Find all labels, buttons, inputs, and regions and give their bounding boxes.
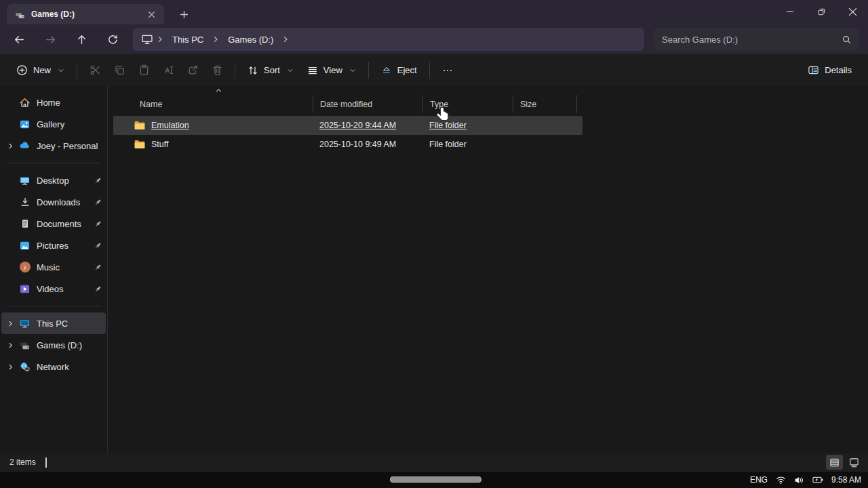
- refresh-icon[interactable]: [98, 27, 127, 52]
- view-button-label: View: [323, 65, 342, 75]
- file-date-modified: 2025-10-10 9:49 AM: [319, 140, 396, 149]
- home-icon: [19, 97, 31, 108]
- pin-icon: [90, 220, 106, 228]
- chevron-right-icon[interactable]: [1, 320, 19, 327]
- eject-button-label: Eject: [397, 65, 417, 75]
- gallery-icon: [19, 119, 31, 130]
- details-button[interactable]: Details: [801, 60, 859, 81]
- wifi-icon[interactable]: [776, 476, 786, 485]
- videos-icon: [19, 283, 31, 295]
- toolbar-divider: [235, 62, 235, 79]
- music-icon: ♪: [19, 262, 31, 273]
- restore-button[interactable]: [806, 0, 837, 23]
- this-pc-monitor-icon[interactable]: [141, 33, 153, 45]
- details-pane-icon: [808, 64, 819, 76]
- sidebar-item-network[interactable]: Network: [1, 356, 106, 378]
- explorer-tab[interactable]: Games (D:): [7, 4, 164, 24]
- chevron-right-icon[interactable]: [279, 35, 292, 43]
- up-icon[interactable]: [66, 27, 96, 52]
- sidebar-item-documents[interactable]: Documents: [1, 213, 106, 235]
- folder-icon: [134, 119, 146, 131]
- rename-icon[interactable]: [156, 59, 180, 82]
- sidebar-item-downloads[interactable]: Downloads: [1, 191, 106, 213]
- chevron-right-icon[interactable]: [1, 363, 19, 371]
- toolbar-divider: [368, 62, 369, 79]
- search-input[interactable]: [662, 35, 842, 45]
- chevron-right-icon[interactable]: [1, 142, 19, 150]
- file-name: Stuff: [151, 140, 168, 149]
- breadcrumb[interactable]: This PC Games (D:): [133, 28, 644, 51]
- file-explorer-window: Games (D:): [0, 0, 868, 488]
- network-icon: [19, 361, 31, 373]
- ellipsis-icon[interactable]: [435, 59, 460, 82]
- sidebar-item-onedrive-personal[interactable]: Joey - Personal: [1, 135, 106, 157]
- sidebar-item-this-pc[interactable]: This PC: [1, 312, 106, 334]
- close-button[interactable]: [837, 0, 868, 23]
- battery-icon[interactable]: [812, 476, 823, 484]
- sidebar-item-label: Joey - Personal: [37, 141, 106, 151]
- clock[interactable]: 9:58 AM: [831, 475, 861, 485]
- pictures-icon: [19, 240, 31, 251]
- chevron-right-icon[interactable]: [153, 35, 167, 43]
- chevron-down-icon: [349, 67, 356, 74]
- paste-icon[interactable]: [132, 59, 156, 82]
- sidebar-item-label: Videos: [37, 284, 90, 294]
- new-button[interactable]: New: [9, 60, 71, 81]
- new-button-label: New: [33, 65, 51, 75]
- chevron-right-icon[interactable]: [1, 342, 19, 349]
- breadcrumb-games-d[interactable]: Games (D:): [222, 32, 279, 47]
- drive-icon: [15, 9, 25, 20]
- sidebar-item-music[interactable]: ♪ Music: [1, 256, 106, 278]
- sidebar-item-desktop[interactable]: Desktop: [1, 169, 106, 191]
- eject-button[interactable]: Eject: [374, 60, 424, 81]
- sidebar-item-label: Network: [37, 362, 106, 372]
- column-header-row: Name Date modified Type Size: [113, 95, 583, 113]
- minimize-button[interactable]: [774, 0, 806, 23]
- sort-ascending-caret-icon: [215, 87, 222, 94]
- delete-icon[interactable]: [205, 59, 229, 82]
- file-row-stuff[interactable]: Stuff 2025-10-10 9:49 AM File folder: [113, 135, 583, 154]
- column-header-size[interactable]: Size: [513, 95, 577, 113]
- column-header-name[interactable]: Name: [134, 100, 313, 109]
- back-icon[interactable]: [4, 27, 34, 52]
- sidebar-item-videos[interactable]: Videos: [1, 278, 106, 300]
- pin-icon: [90, 176, 106, 185]
- file-list-pane: Name Date modified Type Size Emulation 2…: [108, 86, 868, 453]
- details-view-button[interactable]: [826, 455, 843, 470]
- pin-icon: [90, 263, 106, 272]
- chevron-right-icon[interactable]: [209, 35, 222, 43]
- sidebar-item-label: Gallery: [37, 119, 106, 129]
- search-icon[interactable]: [842, 35, 852, 45]
- share-icon[interactable]: [180, 59, 205, 82]
- column-header-type[interactable]: Type: [422, 95, 513, 113]
- new-tab-button[interactable]: [174, 4, 194, 24]
- copy-icon[interactable]: [107, 59, 132, 82]
- sort-arrows-icon: [248, 65, 258, 76]
- forward-icon[interactable]: [35, 27, 65, 52]
- sidebar-item-games-d[interactable]: Games (D:): [1, 334, 106, 356]
- large-icons-view-button[interactable]: [846, 455, 863, 470]
- pin-icon: [90, 285, 106, 293]
- column-header-date-modified[interactable]: Date modified: [313, 95, 422, 113]
- cut-icon[interactable]: [83, 59, 107, 82]
- tab-close-icon[interactable]: [144, 7, 159, 22]
- view-lines-icon: [307, 65, 318, 76]
- chevron-down-icon: [58, 67, 64, 74]
- sidebar-item-pictures[interactable]: Pictures: [1, 235, 106, 256]
- sort-button[interactable]: Sort: [241, 60, 300, 81]
- sidebar-item-label: Music: [37, 262, 90, 272]
- language-indicator[interactable]: ENG: [750, 475, 768, 485]
- sidebar-item-gallery[interactable]: Gallery: [1, 113, 106, 135]
- breadcrumb-this-pc[interactable]: This PC: [167, 32, 209, 47]
- pin-icon: [90, 241, 106, 250]
- command-bar: New Sort: [0, 54, 868, 86]
- file-row-emulation[interactable]: Emulation 2025-10-20 9:44 AM File folder: [113, 116, 583, 135]
- horizontal-scrollbar[interactable]: [390, 476, 481, 483]
- sidebar-item-home[interactable]: Home: [1, 92, 106, 113]
- file-name: Emulation: [151, 121, 189, 130]
- search-box[interactable]: [654, 28, 859, 51]
- volume-icon[interactable]: [794, 476, 804, 485]
- sidebar-item-label: Documents: [37, 219, 90, 229]
- view-button[interactable]: View: [300, 60, 363, 81]
- sidebar-item-label: This PC: [37, 319, 106, 329]
